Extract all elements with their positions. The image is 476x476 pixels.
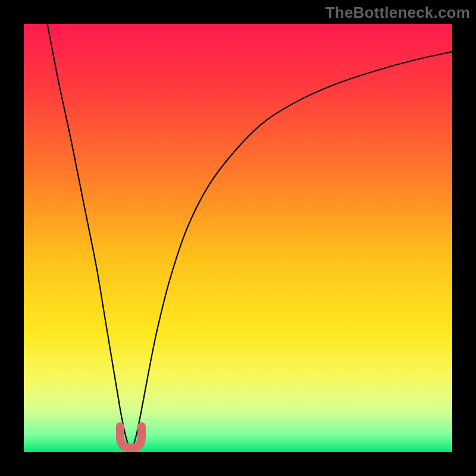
bottleneck-curve	[24, 24, 452, 452]
chart-frame: TheBottleneck.com	[0, 0, 476, 476]
watermark-text: TheBottleneck.com	[325, 4, 470, 22]
plot-area	[24, 24, 452, 452]
